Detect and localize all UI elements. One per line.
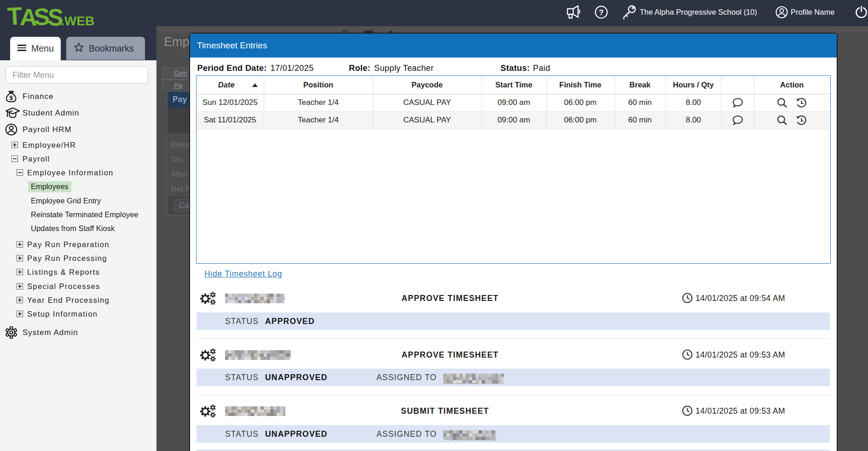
- svg-text:$: $: [9, 94, 13, 101]
- svg-text:?: ?: [599, 8, 603, 17]
- svg-text:.WEB: .WEB: [61, 14, 94, 28]
